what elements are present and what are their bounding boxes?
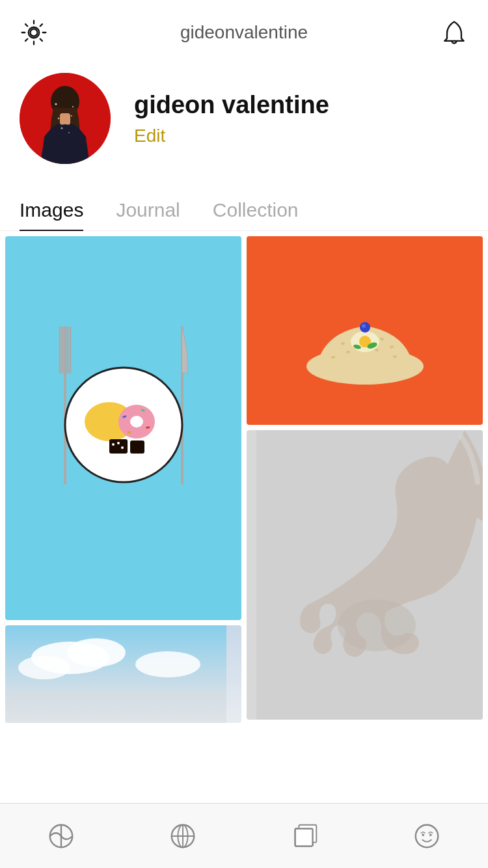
- svg-rect-66: [295, 828, 312, 846]
- grid-column-left: [5, 236, 241, 723]
- tab-collection[interactable]: Collection: [213, 190, 299, 230]
- image-grid: [0, 231, 488, 728]
- svg-rect-37: [5, 690, 226, 723]
- svg-point-57: [338, 599, 416, 651]
- tabs-container: Images Journal Collection: [0, 183, 488, 231]
- svg-point-7: [58, 118, 59, 119]
- svg-point-69: [429, 834, 432, 836]
- svg-point-68: [422, 834, 425, 836]
- svg-point-29: [112, 443, 115, 446]
- profile-section: gideon valentine Edit: [0, 60, 488, 183]
- svg-point-53: [362, 324, 366, 328]
- nav-profile[interactable]: [407, 817, 446, 856]
- header: gideonvalentine: [0, 0, 488, 60]
- notification-icon[interactable]: [440, 18, 468, 47]
- bottom-navigation: [0, 803, 488, 868]
- tab-images[interactable]: Images: [20, 190, 83, 230]
- svg-rect-4: [60, 113, 70, 125]
- nav-style[interactable]: [42, 817, 81, 856]
- svg-point-36: [18, 656, 70, 679]
- svg-point-34: [67, 638, 126, 667]
- tab-journal[interactable]: Journal: [116, 190, 180, 230]
- profile-info: gideon valentine Edit: [134, 90, 329, 146]
- profile-name: gideon valentine: [134, 90, 329, 120]
- edit-button[interactable]: Edit: [134, 126, 329, 146]
- svg-point-5: [55, 103, 57, 105]
- grid-column-right: [247, 236, 483, 720]
- nav-collections[interactable]: [286, 817, 325, 856]
- avatar: [20, 73, 111, 164]
- svg-point-22: [130, 416, 143, 427]
- svg-point-30: [121, 446, 124, 449]
- image-hand[interactable]: [247, 430, 483, 720]
- image-blue-food[interactable]: [5, 236, 241, 620]
- nav-explore[interactable]: [163, 817, 202, 856]
- header-username: gideonvalentine: [180, 22, 308, 43]
- svg-point-6: [72, 106, 74, 107]
- svg-rect-27: [109, 439, 128, 454]
- svg-rect-28: [130, 441, 144, 454]
- image-orange-rice[interactable]: [247, 236, 483, 425]
- svg-point-10: [68, 132, 70, 133]
- svg-point-35: [135, 651, 200, 677]
- settings-icon[interactable]: [20, 18, 48, 47]
- svg-point-9: [61, 128, 63, 129]
- svg-point-0: [31, 29, 38, 36]
- svg-point-67: [416, 824, 439, 847]
- svg-point-8: [71, 115, 72, 116]
- svg-point-31: [117, 442, 120, 444]
- image-partial-sky[interactable]: [5, 625, 241, 723]
